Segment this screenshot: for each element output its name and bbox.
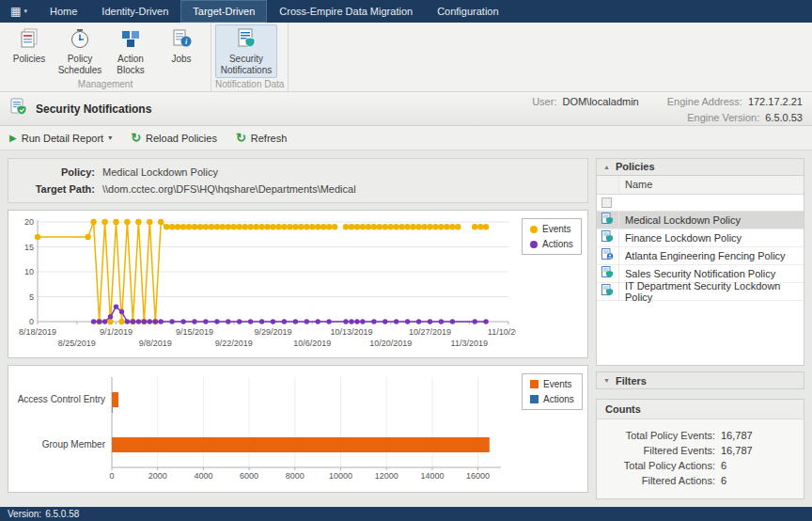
svg-text:10: 10: [24, 267, 34, 276]
count-row-total-policy-events: Total Policy Events: 16,787: [606, 430, 794, 441]
filters-section-header[interactable]: ▼ Filters: [596, 371, 804, 389]
user-label: User:: [532, 96, 556, 107]
events-legend-marker: [530, 226, 538, 233]
security-notifications-icon: [235, 27, 258, 52]
engine-address-value: 172.17.2.21: [748, 96, 803, 107]
ribbon-group-label: Management: [4, 78, 207, 91]
policies-table-header: Name: [597, 176, 804, 195]
svg-text:8/18/2019: 8/18/2019: [19, 327, 56, 337]
actions-legend-marker: [530, 395, 539, 403]
name-column-header[interactable]: Name: [619, 176, 804, 194]
reload-policies-button[interactable]: ↻ Reload Policies: [131, 131, 217, 145]
target-path-value: \\dom.cctec.org\DFS\HQ\hqshare\Departmen…: [102, 183, 578, 195]
count-value: 16,787: [721, 430, 753, 441]
events-legend-marker: [530, 380, 539, 388]
blocks-icon: [119, 27, 142, 52]
run-detail-report-button[interactable]: ▶ Run Detail Report ▾: [9, 133, 112, 144]
svg-text:10/6/2019: 10/6/2019: [293, 339, 331, 348]
tab-identity-driven[interactable]: Identity-Driven: [89, 0, 180, 23]
refresh-label: Refresh: [251, 133, 288, 144]
legend-item-events: Events: [530, 224, 573, 234]
counts-title: Counts: [597, 400, 804, 419]
count-value: 6: [721, 460, 726, 471]
policy-icon: [601, 284, 614, 298]
app-menu-button[interactable]: ▦ ▾: [0, 0, 38, 23]
refresh-icon: ↻: [236, 131, 246, 145]
legend-item-events: Events: [530, 379, 574, 389]
ribbon-button-label: Security Notifications: [217, 54, 275, 75]
reload-policies-label: Reload Policies: [146, 133, 217, 144]
ribbon-group-management: Policies Policy Schedules: [0, 23, 211, 91]
svg-text:8000: 8000: [286, 471, 304, 481]
reload-icon: ↻: [131, 131, 141, 145]
policy-icon: [601, 213, 614, 227]
app-menu-grid-icon: ▦: [10, 6, 21, 17]
tab-configuration[interactable]: Configuration: [425, 0, 510, 23]
time-chart-panel: 051015208/18/20198/25/20199/1/20199/8/20…: [8, 210, 588, 358]
tab-cross-empire-data-migration[interactable]: Cross-Empire Data Migration: [267, 0, 425, 23]
policy-name: Medical Lockdown Policy: [619, 212, 804, 229]
svg-text:16000: 16000: [466, 471, 490, 481]
svg-text:Group Member: Group Member: [42, 439, 106, 450]
version-label: Version:: [8, 509, 41, 519]
svg-text:9/1/2019: 9/1/2019: [100, 327, 133, 337]
expand-chevron-icon: ▼: [603, 377, 610, 384]
refresh-button[interactable]: ↻ Refresh: [236, 131, 287, 145]
grid-filter-button[interactable]: [601, 197, 612, 208]
bar-chart-panel: 0200040006000800010000120001400016000Acc…: [8, 365, 588, 493]
ribbon-button-action-blocks[interactable]: Action Blocks: [105, 24, 156, 78]
actions-legend-marker: [530, 241, 538, 248]
filters-section-title: Filters: [616, 375, 647, 387]
actions-legend-label: Actions: [542, 239, 573, 249]
svg-text:10/20/2019: 10/20/2019: [369, 339, 412, 348]
ribbon-button-policies[interactable]: Policies: [4, 24, 55, 68]
security-shield-icon: [9, 98, 28, 119]
jobs-icon: i: [170, 27, 193, 52]
tab-home[interactable]: Home: [38, 0, 89, 23]
status-bar: Version: 6.5.0.58: [0, 507, 812, 521]
policies-section-title: Policies: [616, 161, 655, 172]
ribbon-button-jobs[interactable]: i Jobs: [156, 24, 207, 68]
svg-text:10/13/2019: 10/13/2019: [330, 327, 372, 337]
engine-address-label: Engine Address:: [667, 96, 742, 107]
page-header: Security Notifications User: DOM\localad…: [0, 92, 812, 126]
ribbon-group-notification-data: Security Notifications Notification Data: [211, 23, 289, 91]
ribbon-button-policy-schedules[interactable]: Policy Schedules: [55, 24, 105, 78]
ribbon-button-security-notifications[interactable]: Security Notifications: [215, 24, 277, 78]
policies-section-header[interactable]: ▲ Policies: [596, 158, 804, 176]
bar-chart-legend: Events Actions: [522, 373, 583, 410]
svg-text:5: 5: [29, 292, 34, 302]
action-toolbar: ▶ Run Detail Report ▾ ↻ Reload Policies …: [0, 126, 812, 150]
policy-row-medical-lockdown[interactable]: Medical Lockdown Policy: [597, 212, 804, 229]
svg-text:4000: 4000: [194, 471, 212, 481]
user-value: DOM\localadmin: [562, 96, 638, 107]
tab-target-driven[interactable]: Target-Driven: [180, 0, 267, 23]
collapse-chevron-icon: ▲: [603, 164, 610, 170]
engine-address-info: Engine Address: 172.17.2.21: [667, 96, 803, 107]
svg-text:8/25/2019: 8/25/2019: [58, 339, 96, 348]
policy-value: Medical Lockdown Policy: [102, 166, 578, 178]
svg-text:11/3/2019: 11/3/2019: [451, 339, 488, 348]
policies-icon: [18, 27, 40, 52]
svg-text:9/29/2019: 9/29/2019: [254, 327, 291, 337]
count-label: Filtered Events:: [606, 445, 715, 456]
header-info: User: DOM\localadmin Engine Address: 172…: [532, 94, 803, 123]
policy-row-atlanta-engineering-fencing[interactable]: Atlanta Engineering Fencing Policy: [597, 247, 804, 265]
count-row-total-policy-actions: Total Policy Actions: 6: [606, 460, 794, 471]
svg-text:10000: 10000: [329, 471, 352, 481]
svg-text:0: 0: [109, 471, 114, 481]
policy-row-finance-lockdown[interactable]: Finance Lockdown Policy: [597, 229, 804, 247]
run-detail-report-label: Run Detail Report: [22, 133, 103, 144]
policy-row-it-department-security-lockdown[interactable]: IT Department Security Lockdown Policy: [597, 283, 804, 301]
page-title-block: Security Notifications: [9, 98, 151, 119]
svg-text:14000: 14000: [420, 471, 444, 481]
count-row-filtered-actions: Filtered Actions: 6: [606, 475, 794, 486]
legend-item-actions: Actions: [530, 239, 573, 249]
policy-icon: [601, 230, 614, 245]
policy-name: Atlanta Engineering Fencing Policy: [619, 247, 804, 264]
policy-label: Policy:: [18, 166, 95, 178]
policy-name: IT Department Security Lockdown Policy: [619, 283, 804, 300]
policy-icon: [601, 266, 614, 280]
time-chart-legend: Events Actions: [522, 218, 582, 255]
engine-version-info: Engine Version: 6.5.0.53: [687, 112, 803, 123]
